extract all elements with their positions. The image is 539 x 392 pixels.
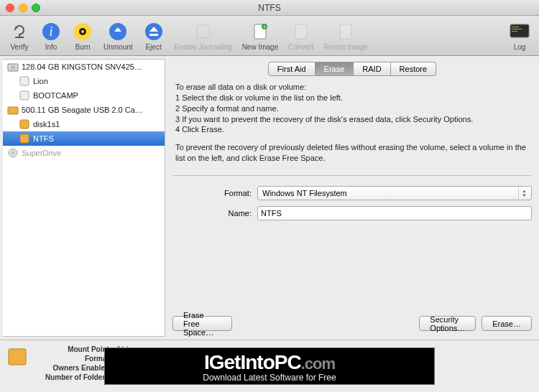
- traffic-lights: [6, 4, 40, 12]
- sidebar-item-optical[interactable]: SuperDrive: [3, 146, 165, 160]
- sidebar-item-volume-selected[interactable]: NTFS: [3, 131, 165, 146]
- log-icon: [509, 21, 530, 42]
- sidebar-item-volume[interactable]: disk1s1: [3, 117, 165, 131]
- sidebar-item-label: disk1s1: [33, 120, 60, 129]
- svg-rect-15: [512, 27, 519, 27]
- separator: [172, 175, 532, 176]
- tab-erase[interactable]: Erase: [315, 62, 354, 76]
- mount-point-label: Mount Point :: [34, 345, 114, 354]
- optical-drive-icon: [7, 147, 19, 159]
- watermark-subtitle: Download Latest Software for Free: [105, 373, 434, 383]
- tab-bar: First Aid Erase RAID Restore: [172, 62, 532, 76]
- minimize-window-button[interactable]: [19, 4, 27, 12]
- sidebar-item-label: 128.04 GB KINGSTON SNV425…: [22, 62, 142, 71]
- toolbar-eject-button[interactable]: Eject: [139, 19, 169, 52]
- toolbar-label: Resize Image: [323, 43, 367, 51]
- svg-rect-17: [512, 31, 517, 32]
- svg-rect-23: [20, 120, 29, 129]
- owners-label: Owners Enabled :: [34, 363, 114, 373]
- sidebar-item-label: 500.11 GB Seagate USB 2.0 Ca…: [22, 106, 143, 114]
- toolbar-verify-button[interactable]: Verify: [4, 19, 34, 52]
- new-image-icon: +: [249, 21, 271, 42]
- toolbar-label: Unmount: [103, 43, 133, 51]
- zoom-window-button[interactable]: [32, 4, 40, 12]
- info-icon: i: [40, 21, 62, 42]
- toolbar-new-image-button[interactable]: + New Image: [238, 19, 283, 52]
- svg-point-26: [12, 152, 14, 154]
- security-options-button[interactable]: Security Options…: [419, 316, 476, 331]
- tab-raid[interactable]: RAID: [354, 62, 390, 76]
- svg-point-19: [11, 65, 15, 70]
- erase-button[interactable]: Erase…: [482, 316, 532, 331]
- name-label: Name:: [172, 209, 257, 218]
- name-input[interactable]: [257, 206, 532, 220]
- instruction-step: 3 If you want to prevent the recovery of…: [175, 114, 529, 125]
- toolbar-convert-button: Convert: [284, 19, 318, 52]
- toolbar-info-button[interactable]: i Info: [36, 19, 66, 52]
- svg-rect-27: [9, 349, 26, 365]
- svg-rect-8: [197, 25, 210, 38]
- tab-restore[interactable]: Restore: [391, 62, 437, 76]
- popup-arrows-icon: ▲▼: [518, 187, 530, 199]
- instruction-step: 1 Select the disk or volume in the list …: [175, 93, 529, 103]
- format-value: Windows NT Filesystem: [262, 189, 347, 197]
- svg-rect-21: [20, 91, 29, 100]
- unmount-icon: [107, 21, 129, 42]
- format-label: Format:: [172, 189, 257, 197]
- volume-icon: [19, 75, 30, 87]
- volume-ext-icon: [19, 133, 30, 144]
- internal-drive-icon: [7, 61, 19, 73]
- main-panel: First Aid Erase RAID Restore To erase al…: [165, 56, 539, 340]
- sidebar-item-volume[interactable]: Lion: [3, 74, 165, 88]
- watermark-title: IGetIntoPC.com: [105, 351, 434, 374]
- svg-rect-24: [20, 134, 29, 143]
- sidebar-item-label: Lion: [33, 77, 48, 85]
- microscope-icon: [9, 21, 30, 42]
- svg-rect-13: [340, 24, 351, 39]
- window-title: NTFS: [0, 3, 539, 13]
- convert-icon: [290, 21, 312, 42]
- svg-text:+: +: [263, 24, 266, 29]
- format-info-label: Format :: [34, 354, 114, 363]
- toolbar-enable-journaling-button: Enable Journaling: [170, 19, 236, 52]
- close-window-button[interactable]: [6, 4, 14, 12]
- toolbar-log-button[interactable]: Log: [505, 19, 535, 52]
- toolbar-label: Burn: [75, 43, 90, 51]
- sidebar-item-volume[interactable]: BOOTCAMP: [3, 88, 165, 103]
- svg-rect-12: [295, 24, 307, 39]
- volume-icon: [19, 90, 30, 101]
- erase-instructions: To erase all data on a disk or volume: 1…: [172, 82, 532, 164]
- volume-ext-icon: [19, 118, 30, 130]
- toolbar-burn-button[interactable]: Burn: [68, 19, 98, 52]
- sidebar-item-drive[interactable]: 128.04 GB KINGSTON SNV425…: [3, 60, 165, 74]
- svg-text:i: i: [49, 24, 52, 39]
- resize-icon: [335, 21, 356, 42]
- toolbar-label: Log: [514, 43, 526, 51]
- journal-icon: [193, 21, 214, 42]
- toolbar-label: Verify: [10, 43, 28, 51]
- toolbar-resize-image-button: Resize Image: [319, 19, 372, 52]
- folders-label: Number of Folders :: [34, 373, 114, 382]
- instruction-prevent: To prevent the recovery of previously de…: [175, 142, 529, 164]
- external-drive-icon: [7, 104, 19, 116]
- sidebar-item-label: BOOTCAMP: [33, 91, 78, 100]
- erase-free-space-button[interactable]: Erase Free Space…: [172, 316, 232, 331]
- svg-rect-20: [20, 77, 29, 85]
- instruction-step: 4 Click Erase.: [175, 124, 529, 135]
- svg-rect-22: [8, 107, 18, 114]
- toolbar-label: Info: [45, 43, 57, 51]
- svg-rect-16: [512, 29, 522, 29]
- toolbar-label: New Image: [242, 43, 279, 51]
- svg-point-0: [15, 26, 18, 29]
- sidebar-item-drive[interactable]: 500.11 GB Seagate USB 2.0 Ca…: [3, 103, 165, 117]
- svg-point-5: [81, 30, 84, 33]
- eject-icon: [143, 21, 165, 42]
- sidebar-item-label: SuperDrive: [22, 149, 61, 157]
- format-popup[interactable]: Windows NT Filesystem ▲▼: [257, 186, 532, 200]
- volume-info-icon: [7, 345, 27, 369]
- toolbar-unmount-button[interactable]: Unmount: [99, 19, 137, 52]
- device-sidebar[interactable]: 128.04 GB KINGSTON SNV425… Lion BOOTCAMP…: [3, 59, 165, 337]
- toolbar-label: Convert: [288, 43, 313, 51]
- tab-first-aid[interactable]: First Aid: [268, 62, 315, 76]
- sidebar-item-label: NTFS: [33, 134, 54, 143]
